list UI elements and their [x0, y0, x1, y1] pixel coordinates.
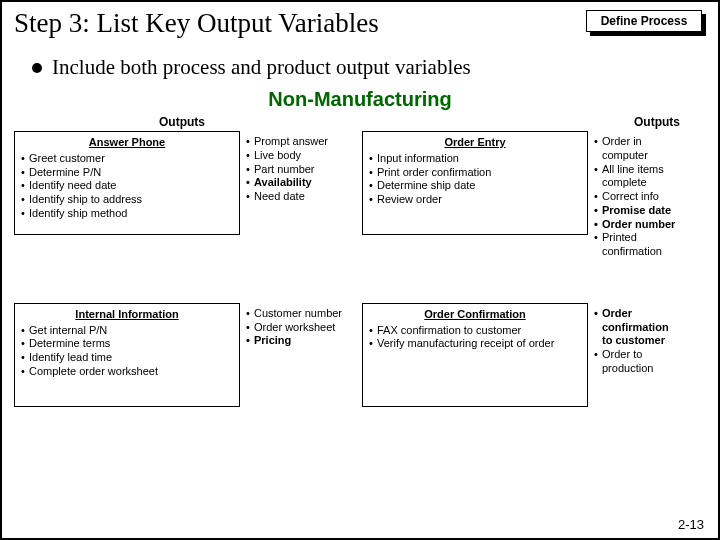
panel-row-1: Answer Phone Greet customer Determine P/… — [14, 131, 706, 259]
define-process-badge: Define Process — [586, 10, 702, 32]
panel-list: Get internal P/N Determine terms Identif… — [21, 324, 233, 379]
panel-internal-info: Internal Information Get internal P/N De… — [14, 303, 240, 407]
panel-order-confirmation: Order Confirmation FAX confirmation to c… — [362, 303, 588, 407]
list-item: Get internal P/N — [21, 324, 233, 338]
outputs-header-left: Outputs — [14, 115, 350, 129]
output-item: Part number — [246, 163, 352, 177]
list-item: Print order confirmation — [369, 166, 581, 180]
list-item: Identify need date — [21, 179, 233, 193]
list-item: Identify lead time — [21, 351, 233, 365]
panel-title: Answer Phone — [21, 136, 233, 150]
list-item: Determine P/N — [21, 166, 233, 180]
outputs-header-right: Outputs — [350, 115, 682, 129]
panel-order-entry: Order Entry Input information Print orde… — [362, 131, 588, 235]
list-item: Input information — [369, 152, 581, 166]
subtitle-row: Include both process and product output … — [32, 55, 706, 80]
panel-row-2: Internal Information Get internal P/N De… — [14, 303, 706, 407]
list-item: FAX confirmation to customer — [369, 324, 581, 338]
panel-title: Order Confirmation — [369, 308, 581, 322]
output-item: Order number — [594, 218, 678, 232]
badge-container: Define Process — [586, 10, 706, 36]
list-item: Identify ship method — [21, 207, 233, 221]
output-item: Promise date — [594, 204, 678, 218]
outputs-internal-info: Customer number Order worksheet Pricing — [244, 303, 354, 407]
column-headers: Outputs Outputs — [14, 115, 706, 129]
bullet-icon — [32, 63, 42, 73]
output-item: Customer number — [246, 307, 352, 321]
list-item: Determine ship date — [369, 179, 581, 193]
subtitle-text: Include both process and product output … — [52, 55, 471, 80]
panel-answer-phone: Answer Phone Greet customer Determine P/… — [14, 131, 240, 235]
output-item: Live body — [246, 149, 352, 163]
gap — [354, 303, 362, 407]
gap — [354, 131, 362, 259]
panel-title: Order Entry — [369, 136, 581, 150]
outputs-order-confirmation: Order confirmation to customer Order to … — [592, 303, 680, 407]
page-title: Step 3: List Key Output Variables — [14, 8, 379, 39]
list-item: Complete order worksheet — [21, 365, 233, 379]
output-item: Correct info — [594, 190, 678, 204]
outputs-answer-phone: Prompt answer Live body Part number Avai… — [244, 131, 354, 259]
header-row: Step 3: List Key Output Variables Define… — [14, 8, 706, 39]
output-item: Printed confirmation — [594, 231, 678, 259]
list-item: Verify manufacturing receipt of order — [369, 337, 581, 351]
page-number: 2-13 — [678, 517, 704, 532]
section-heading: Non-Manufacturing — [14, 88, 706, 111]
output-item: Need date — [246, 190, 352, 204]
panel-title: Internal Information — [21, 308, 233, 322]
panel-list: Input information Print order confirmati… — [369, 152, 581, 207]
panel-list: FAX confirmation to customer Verify manu… — [369, 324, 581, 352]
output-item: Availability — [246, 176, 352, 190]
list-item: Greet customer — [21, 152, 233, 166]
output-item: Prompt answer — [246, 135, 352, 149]
output-item: Order worksheet — [246, 321, 352, 335]
output-item: Order confirmation to customer — [594, 307, 678, 348]
outputs-order-entry: Order in computer All line items complet… — [592, 131, 680, 259]
list-item: Identify ship to address — [21, 193, 233, 207]
output-item: All line items complete — [594, 163, 678, 191]
output-item: Pricing — [246, 334, 352, 348]
list-item: Review order — [369, 193, 581, 207]
list-item: Determine terms — [21, 337, 233, 351]
output-item: Order to production — [594, 348, 678, 376]
slide: Step 3: List Key Output Variables Define… — [0, 0, 720, 540]
panel-list: Greet customer Determine P/N Identify ne… — [21, 152, 233, 221]
output-item: Order in computer — [594, 135, 678, 163]
